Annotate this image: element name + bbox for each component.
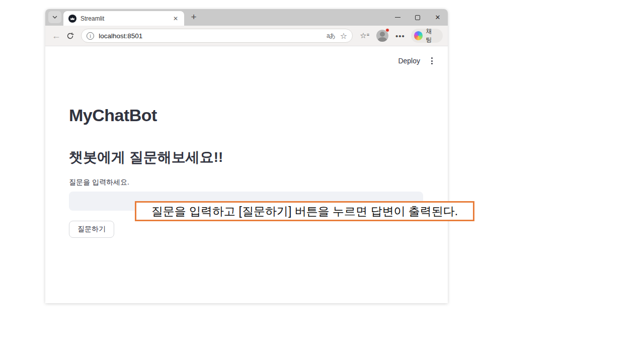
copilot-icon [414,31,423,40]
browser-window: Streamlit ✕ + ✕ ← i localhost:8501 [45,9,448,303]
favorites-list-icon: ☆≡ [360,31,369,40]
notification-dot [385,28,389,32]
browser-tab-streamlit[interactable]: Streamlit ✕ [63,11,184,26]
browser-toolbar: ← i localhost:8501 aあ ☆ ☆≡ ••• [45,26,448,46]
streamlit-header: Deploy [398,55,435,66]
annotation-callout: 질문을 입력하고 [질문하기] 버튼을 누르면 답변이 출력된다. [135,201,474,221]
tab-search-button[interactable] [48,11,61,23]
app-menu-button[interactable] [429,55,435,66]
address-bar[interactable]: i localhost:8501 aあ ☆ [81,29,353,43]
browser-menu-button[interactable]: ••• [395,32,405,40]
chevron-down-icon [52,14,58,20]
tab-title: Streamlit [80,15,171,22]
page-content: Deploy MyChatBot 챗봇에게 질문해보세요!! 질문을 입력하세요… [45,46,448,303]
new-tab-button[interactable]: + [187,11,200,24]
ellipsis-icon: ••• [395,32,405,40]
url-text[interactable]: localhost:8501 [99,32,327,40]
window-controls: ✕ [387,9,448,26]
minimize-icon [395,17,400,18]
page-subtitle: 챗봇에게 질문해보세요!! [69,148,223,167]
profile-button[interactable] [376,30,388,42]
question-input-label: 질문을 입력하세요. [69,178,129,187]
copilot-chat-button[interactable]: 채팅 [411,29,443,43]
site-info-icon[interactable]: i [87,32,94,40]
screenshot-canvas: Streamlit ✕ + ✕ ← i localhost:8501 [0,0,644,362]
favorites-bar-button[interactable]: ☆≡ [360,31,369,40]
refresh-button[interactable] [63,29,77,43]
favorite-star-icon[interactable]: ☆ [340,31,347,41]
maximize-icon [415,15,420,20]
window-close-button[interactable]: ✕ [428,9,448,26]
ask-button[interactable]: 질문하기 [69,221,114,238]
copilot-label: 채팅 [426,27,438,44]
tab-strip: Streamlit ✕ + ✕ [45,9,448,26]
refresh-icon [66,32,74,40]
tab-close-icon[interactable]: ✕ [171,14,180,23]
deploy-button[interactable]: Deploy [398,57,420,65]
page-title: MyChatBot [69,106,157,125]
window-maximize-button[interactable] [408,9,428,26]
streamlit-favicon-icon [68,15,76,23]
window-minimize-button[interactable] [387,9,408,26]
back-arrow-icon: ← [52,31,61,41]
back-button[interactable]: ← [49,29,63,43]
translate-icon[interactable]: aあ [327,32,335,40]
